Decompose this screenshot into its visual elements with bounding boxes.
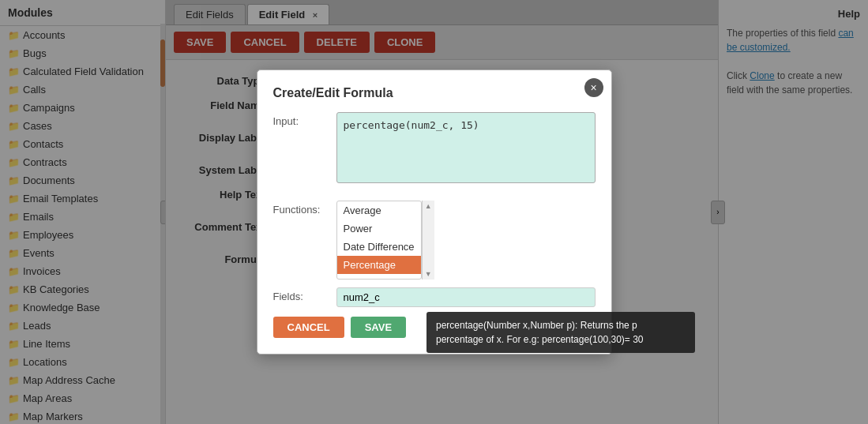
modal-fields-row: Fields: [273,287,596,307]
functions-container: Average Power Date Difference Percentage… [336,201,596,280]
fields-input[interactable] [336,287,596,307]
function-item-power[interactable]: Power [337,220,421,238]
tooltip-box: percentage(Number x,Number p): Returns t… [426,312,695,353]
modal-fields-right [336,287,596,307]
function-item-date-difference[interactable]: Date Difference [337,238,421,256]
modal-title: Create/Edit Formula [273,86,596,100]
modal-functions-right: Average Power Date Difference Percentage… [336,201,596,280]
functions-scrollbar[interactable]: ▲ ▼ [422,201,434,280]
modal-functions-row: Functions: Average Power Date Difference… [273,201,596,280]
modal-overlay: Create/Edit Formula × Input: percentage(… [0,0,868,424]
modal-close-button[interactable]: × [584,78,603,97]
modal-fields-label: Fields: [273,287,336,307]
modal-input-right: percentage(num2_c, 15) [336,112,596,193]
modal-functions-label: Functions: [273,201,336,280]
formula-input-area[interactable]: percentage(num2_c, 15) [336,112,596,183]
modal-save-button[interactable]: SAVE [351,317,406,338]
modal-input-row: Input: percentage(num2_c, 15) [273,112,596,193]
function-item-mod[interactable]: Mod [337,274,421,280]
modal-cancel-button[interactable]: CANCEL [273,317,344,338]
functions-list[interactable]: Average Power Date Difference Percentage… [336,201,422,280]
function-item-average[interactable]: Average [337,201,421,220]
function-item-percentage[interactable]: Percentage [337,256,421,274]
modal-input-label: Input: [273,112,336,193]
